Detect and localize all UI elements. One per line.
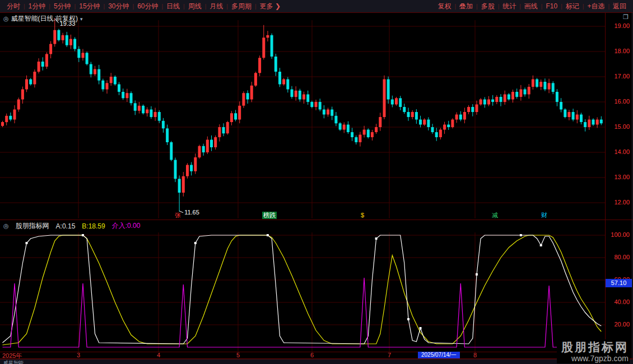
toolbar-period-0[interactable]: 分时 xyxy=(3,2,24,11)
app-window: 分时|1分钟|5分钟|15分钟|30分钟|60分钟|日线|周线|月线|多周期|更… xyxy=(0,0,633,364)
toolbar-period-5[interactable]: 60分钟 xyxy=(134,2,161,11)
watermark: 股朋指标网 www.7gpzb.com xyxy=(557,339,630,363)
event-marker: $ xyxy=(360,212,365,219)
date-cursor-tag: 2025/07/14/一 xyxy=(418,352,460,358)
toolbar-tool-5[interactable]: F10 xyxy=(542,2,561,10)
toolbar-period-4[interactable]: 30分钟 xyxy=(105,2,132,11)
x-axis: 2025年345678 xyxy=(0,352,605,358)
sub-axis-label: 100.00 xyxy=(611,231,630,238)
main-price-label: 16.00 xyxy=(614,98,630,105)
main-price-label: 14.00 xyxy=(614,148,630,155)
x-axis-label: 8 xyxy=(473,352,477,358)
main-price-label: 13.00 xyxy=(614,174,630,180)
x-axis-label: 7 xyxy=(388,352,391,358)
event-marker: 减 xyxy=(491,212,499,219)
toolbar-period-6[interactable]: 日线 xyxy=(163,2,183,11)
indicator-name: 股朋指标网 xyxy=(16,221,49,231)
chart-title-bar[interactable]: ◎ 威星智能(日线.前复权) ▾ xyxy=(3,14,82,24)
toolbar-tools-group: 复权|叠加|多股|统计|画线|F10|标记|+自选|返回 xyxy=(434,2,630,11)
watermark-line2: www.7gpzb.com xyxy=(561,354,629,363)
toolbar-tool-2[interactable]: 多股 xyxy=(478,2,498,11)
sub-axis-label: 40.00 xyxy=(614,298,630,305)
toolbar-period-7[interactable]: 周线 xyxy=(185,2,205,11)
toolbar-period-10[interactable]: 更多 ❯ xyxy=(257,2,284,11)
event-marker: 榜跌 xyxy=(262,212,277,219)
toolbar-period-9[interactable]: 多周期 xyxy=(228,2,255,11)
chevron-down-icon: ▾ xyxy=(80,16,83,22)
event-marker: 财 xyxy=(540,212,548,219)
toolbar-tool-6[interactable]: 标记 xyxy=(562,2,583,11)
indicator-header[interactable]: ◎ 股朋指标网 A:0.15 B:18.59 介入:0.00 xyxy=(3,221,140,231)
watermark-line1: 股朋指标网 xyxy=(561,340,629,354)
indicator-b-value: B:18.59 xyxy=(82,222,105,230)
toolbar-period-1[interactable]: 1分钟 xyxy=(25,2,49,11)
x-axis-label: 4 xyxy=(157,352,160,358)
toolbar-period-group: 分时|1分钟|5分钟|15分钟|30分钟|60分钟|日线|周线|月线|多周期|更… xyxy=(3,2,284,11)
main-price-label: 18.00 xyxy=(614,48,630,54)
indicator-a-value: A:0.15 xyxy=(56,222,76,230)
chart-canvas[interactable]: 19.3311.65 xyxy=(0,0,633,364)
sub-axis-label: 80.00 xyxy=(614,254,630,260)
status-bar-label: 威星智能 xyxy=(3,360,24,364)
toolbar-period-2[interactable]: 5分钟 xyxy=(50,2,75,11)
toolbar-tool-0[interactable]: 复权 xyxy=(434,2,454,11)
x-axis-label: 5 xyxy=(236,352,240,358)
price-axis-column: 19.0018.0017.0016.0015.0014.0013.0012.00… xyxy=(606,0,631,364)
toolbar: 分时|1分钟|5分钟|15分钟|30分钟|60分钟|日线|周线|月线|多周期|更… xyxy=(0,0,633,12)
main-price-label: 12.00 xyxy=(614,199,630,206)
panel-expand-icon[interactable]: ❐ xyxy=(623,13,629,21)
toolbar-tool-7[interactable]: +自选 xyxy=(584,2,608,11)
event-marker: 张 xyxy=(174,212,182,219)
indicator-value-tag: 57.10 xyxy=(606,279,632,287)
toolbar-tool-3[interactable]: 统计 xyxy=(499,2,519,11)
toolbar-period-3[interactable]: 15分钟 xyxy=(76,2,103,11)
toolbar-tool-8[interactable]: 返回 xyxy=(609,2,630,11)
indicator-jieru-value: 介入:0.00 xyxy=(112,221,141,231)
main-price-label: 19.00 xyxy=(614,22,630,29)
main-price-label: 15.00 xyxy=(614,123,630,130)
toolbar-period-8[interactable]: 月线 xyxy=(206,2,226,11)
toolbar-tool-4[interactable]: 画线 xyxy=(521,2,541,11)
indicator-dot-icon: ◎ xyxy=(3,222,9,230)
toolbar-tool-1[interactable]: 叠加 xyxy=(456,2,476,11)
sub-axis-label: 20.00 xyxy=(614,321,630,328)
x-axis-label: 6 xyxy=(310,352,314,358)
chart-title: 威星智能(日线.前复权) xyxy=(11,14,78,24)
status-bar: 威星智能 xyxy=(0,359,633,364)
x-axis-label: 3 xyxy=(77,352,80,358)
stock-dot-icon: ◎ xyxy=(3,15,9,22)
main-price-label: 17.00 xyxy=(614,73,630,80)
svg-text:11.65: 11.65 xyxy=(184,209,199,216)
